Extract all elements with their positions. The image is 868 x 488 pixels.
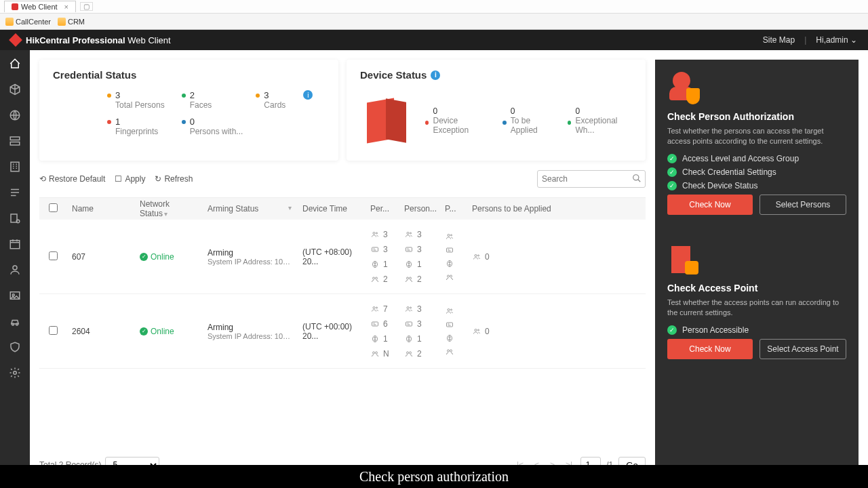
- check-item: ✓Access Level and Access Group: [667, 154, 846, 163]
- nav-home-icon[interactable]: [8, 57, 22, 70]
- apply-icon: ☐: [115, 174, 122, 184]
- nav-calendar-icon[interactable]: [8, 237, 22, 251]
- person-metric-icon: [445, 260, 454, 268]
- app-header: HikCentral Professional Web Client Site …: [0, 30, 868, 50]
- table-row[interactable]: 607✓OnlineArmingSystem IP Address: 10.9.…: [39, 220, 646, 294]
- tab-close-icon[interactable]: ×: [64, 3, 68, 11]
- bookmark-callcenter[interactable]: CallCenter: [5, 18, 51, 26]
- arming-status: Arming: [208, 248, 292, 258]
- bookmark-icon: [5, 18, 14, 26]
- browser-chrome: Web Client × ▢ CallCenter CRM: [0, 0, 868, 30]
- col-persons-1[interactable]: Per...: [365, 204, 399, 214]
- nav-globe-icon[interactable]: [8, 108, 22, 122]
- nav-settings-icon[interactable]: [8, 366, 22, 380]
- svg-point-24: [448, 234, 450, 236]
- bookmark-icon: [58, 18, 66, 26]
- svg-point-29: [475, 254, 477, 256]
- section-title: Check Person Authorization: [667, 111, 846, 122]
- col-arming[interactable]: Arming Status▾: [202, 204, 297, 214]
- nav-cube-icon[interactable]: [8, 83, 22, 96]
- status-dot: [107, 120, 111, 124]
- check-now-button[interactable]: Check Now: [667, 195, 753, 215]
- nav-image-icon[interactable]: [8, 289, 22, 302]
- svg-point-47: [478, 329, 479, 331]
- svg-point-30: [478, 255, 479, 256]
- apply-button[interactable]: ☐Apply: [115, 174, 145, 184]
- bookmark-crm[interactable]: CRM: [58, 18, 85, 26]
- tab-title: Web Client: [21, 3, 58, 11]
- svg-point-15: [376, 232, 378, 234]
- section-title: Check Access Point: [667, 283, 846, 293]
- refresh-button[interactable]: ↻Refresh: [155, 174, 193, 184]
- svg-point-25: [451, 235, 452, 236]
- status-dot: [502, 121, 506, 125]
- nav-device-icon[interactable]: [8, 211, 22, 225]
- person-metric-icon: [370, 305, 380, 313]
- card-title: Device Status i: [360, 69, 632, 81]
- nav-person-icon[interactable]: [8, 263, 22, 277]
- filter-icon[interactable]: ▾: [288, 204, 292, 211]
- credential-status-card: Credential Status 3Total Persons 2Faces …: [39, 60, 338, 161]
- new-tab-button[interactable]: ▢: [80, 2, 93, 11]
- check-now-button[interactable]: Check Now: [667, 339, 753, 359]
- person-metric-icon: [370, 275, 380, 283]
- svg-point-20: [410, 232, 412, 234]
- info-icon[interactable]: i: [303, 90, 313, 100]
- person-metric-icon: [370, 335, 380, 343]
- brand-name: HikCentral Professional: [26, 35, 125, 45]
- table-header: Name Network Status▾ Arming Status▾ Devi…: [39, 198, 646, 220]
- info-icon[interactable]: i: [431, 70, 440, 80]
- table-row[interactable]: 2604✓OnlineArmingSystem IP Address: 10.9…: [39, 294, 646, 369]
- col-time[interactable]: Device Time: [297, 204, 365, 214]
- system-ip: System IP Address: 10.9.97....: [208, 258, 292, 266]
- svg-rect-38: [406, 322, 412, 326]
- svg-point-46: [475, 329, 477, 331]
- check-item: ✓Person Accessible: [667, 325, 846, 335]
- svg-rect-26: [447, 248, 453, 252]
- nav-building-icon[interactable]: [8, 160, 22, 174]
- col-name[interactable]: Name: [66, 204, 134, 214]
- svg-point-5: [16, 220, 20, 223]
- row-checkbox[interactable]: [49, 251, 58, 260]
- status-dot: [182, 94, 186, 98]
- svg-point-34: [373, 352, 375, 354]
- row-checkbox[interactable]: [49, 326, 58, 335]
- search-box: [537, 170, 646, 188]
- filter-icon[interactable]: ▾: [164, 210, 167, 218]
- select-persons-button[interactable]: Select Persons: [760, 195, 846, 215]
- svg-point-42: [451, 309, 452, 310]
- access-point-icon: [667, 243, 701, 277]
- col-persons-2[interactable]: Person...: [399, 204, 439, 214]
- person-metric-icon: [404, 350, 414, 358]
- status-dot: [425, 121, 429, 125]
- select-all-checkbox[interactable]: [49, 203, 58, 212]
- search-input[interactable]: [537, 170, 646, 188]
- col-network[interactable]: Network Status▾: [134, 199, 202, 218]
- nav-list-icon[interactable]: [8, 186, 22, 199]
- nav-server-icon[interactable]: [8, 134, 22, 148]
- svg-point-13: [633, 175, 639, 180]
- browser-tab[interactable]: Web Client ×: [4, 1, 76, 12]
- user-menu[interactable]: Hi,admin ⌄: [816, 35, 857, 45]
- search-icon[interactable]: [632, 174, 642, 183]
- status-dot: [107, 94, 111, 98]
- refresh-icon: ↻: [155, 174, 161, 184]
- col-persons-applied[interactable]: Persons to be Applied: [467, 204, 646, 214]
- device-time: (UTC +00:00) 20...: [297, 322, 365, 341]
- col-persons-3[interactable]: P...: [439, 204, 467, 214]
- select-access-point-button[interactable]: Select Access Point: [760, 339, 846, 359]
- site-map-link[interactable]: Site Map: [763, 35, 795, 45]
- device-name: 607: [66, 252, 134, 262]
- device-table: Name Network Status▾ Arming Status▾ Devi…: [39, 197, 646, 445]
- svg-rect-21: [406, 247, 412, 251]
- nav-car-icon[interactable]: [8, 314, 22, 328]
- restore-default-button[interactable]: ⟲Restore Default: [39, 174, 105, 184]
- svg-point-31: [373, 306, 375, 308]
- status-dot: [568, 121, 571, 125]
- restore-icon: ⟲: [39, 174, 46, 184]
- section-desc: Test whether the access points can run a…: [667, 298, 846, 319]
- status-dot: [182, 120, 186, 124]
- status-cards: Credential Status 3Total Persons 2Faces …: [39, 60, 646, 161]
- person-metric-icon: [370, 260, 380, 268]
- nav-shield-icon[interactable]: [8, 340, 22, 354]
